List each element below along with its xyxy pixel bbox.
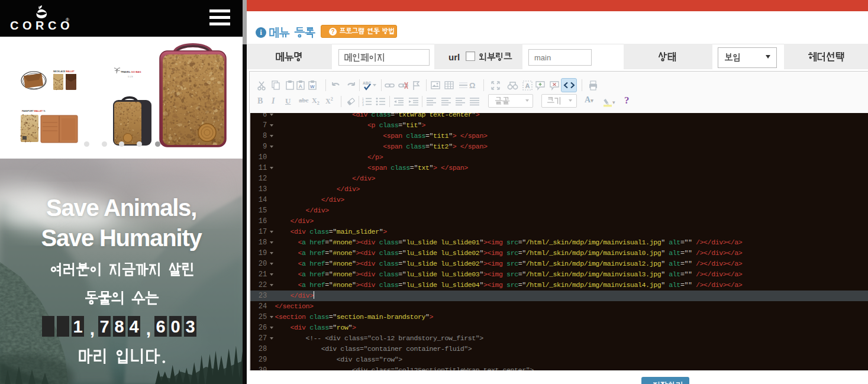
svg-text:NECKLACE WALLET: NECKLACE WALLET xyxy=(53,70,75,73)
svg-text:TRAVEL GO BAG: TRAVEL GO BAG xyxy=(121,70,141,73)
svg-text:Ω: Ω xyxy=(469,81,475,90)
svg-text:PASSPORT WALLET 7t: PASSPORT WALLET 7t xyxy=(22,110,46,112)
svg-text:A: A xyxy=(525,82,530,89)
svg-text:3: 3 xyxy=(362,103,364,106)
svg-text:S I Z E: S I Z E xyxy=(128,76,133,78)
svg-text:▾: ▾ xyxy=(612,99,615,105)
svg-text:A: A xyxy=(299,83,303,89)
svg-text:W: W xyxy=(310,84,315,89)
